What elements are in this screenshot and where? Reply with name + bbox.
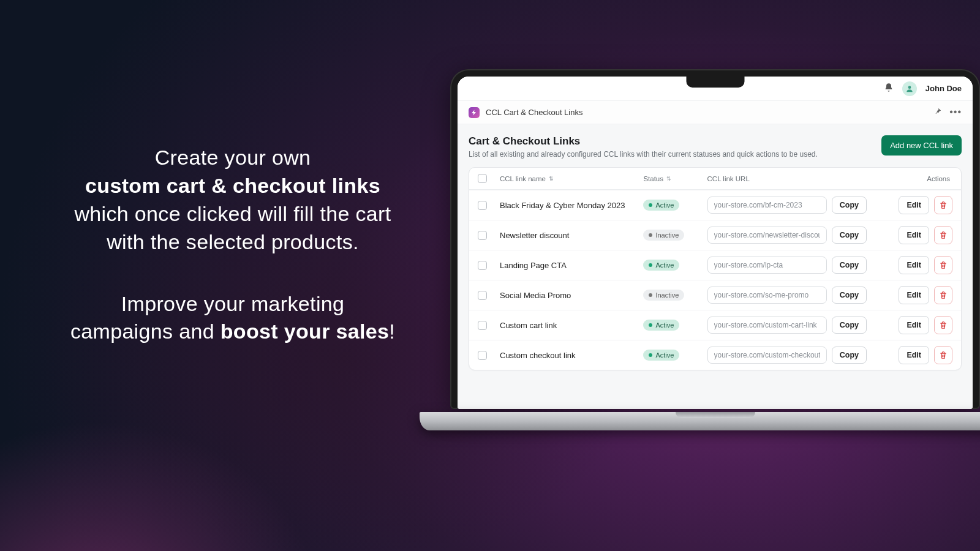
ccl-link-url-field[interactable] (707, 257, 827, 274)
page-title: Cart & Checkout Links (469, 135, 818, 148)
delete-button[interactable] (934, 346, 952, 364)
sort-icon: ⇅ (549, 176, 554, 182)
table-header: CCL link name⇅ Status⇅ CCL link URL Acti… (469, 168, 961, 190)
svg-point-0 (908, 86, 911, 89)
table-row: Landing Page CTAActiveCopyEdit (469, 250, 961, 280)
marketing-line: with the selected products. (49, 228, 417, 257)
marketing-line: ! (389, 320, 395, 343)
status-badge: Active (643, 200, 679, 211)
status-badge: Active (643, 350, 679, 361)
copy-button[interactable]: Copy (832, 257, 867, 274)
marketing-copy: Create your own custom cart & checkout l… (49, 144, 417, 346)
app-title: CCL Cart & Checkout Links (486, 108, 582, 117)
column-header-name[interactable]: CCL link name⇅ (500, 175, 643, 182)
table-row: Custom checkout linkActiveCopyEdit (469, 340, 961, 370)
marketing-line: Create your own (49, 144, 417, 172)
select-all-checkbox[interactable] (478, 174, 487, 183)
table-row: Custom cart linkActiveCopyEdit (469, 310, 961, 340)
ccl-links-table: CCL link name⇅ Status⇅ CCL link URL Acti… (469, 167, 962, 370)
laptop-mockup: John Doe CCL Cart & Checkout Links ••• (450, 69, 980, 430)
column-header-actions: Actions (927, 175, 952, 182)
table-row: Social Media PromoInactiveCopyEdit (469, 280, 961, 310)
edit-button[interactable]: Edit (899, 196, 929, 214)
ccl-link-name: Newsletter discount (500, 231, 643, 240)
trash-icon (939, 321, 948, 329)
app-bar: CCL Cart & Checkout Links ••• (458, 101, 973, 124)
copy-button[interactable]: Copy (832, 227, 867, 244)
ccl-link-url-field[interactable] (707, 317, 827, 334)
row-checkbox[interactable] (478, 321, 487, 330)
delete-button[interactable] (934, 286, 952, 304)
marketing-line-strong: boost your sales (221, 320, 390, 343)
table-row: Newsletter discountInactiveCopyEdit (469, 220, 961, 250)
trash-icon (939, 201, 948, 209)
ccl-link-name: Landing Page CTA (500, 261, 643, 270)
ccl-link-url-field[interactable] (707, 197, 827, 214)
copy-button[interactable]: Copy (832, 317, 867, 334)
ccl-link-url-field[interactable] (707, 227, 827, 244)
delete-button[interactable] (934, 256, 952, 274)
notifications-icon[interactable] (884, 83, 894, 95)
marketing-line: which once clicked will fill the cart (49, 200, 417, 228)
delete-button[interactable] (934, 196, 952, 214)
status-badge: Inactive (643, 290, 684, 301)
status-badge: Active (643, 260, 679, 271)
row-checkbox[interactable] (478, 201, 487, 210)
column-header-status[interactable]: Status⇅ (643, 175, 707, 182)
edit-button[interactable]: Edit (899, 316, 929, 334)
edit-button[interactable]: Edit (899, 256, 929, 274)
edit-button[interactable]: Edit (899, 226, 929, 244)
trash-icon (939, 231, 948, 239)
ccl-link-name: Custom cart link (500, 321, 643, 330)
trash-icon (939, 261, 948, 269)
delete-button[interactable] (934, 316, 952, 334)
marketing-line: campaigns and (70, 320, 221, 343)
column-header-url: CCL link URL (707, 175, 867, 182)
status-badge: Active (643, 320, 679, 331)
ccl-link-name: Social Media Promo (500, 291, 643, 300)
app-icon (469, 107, 480, 118)
delete-button[interactable] (934, 226, 952, 244)
trash-icon (939, 351, 948, 359)
ccl-link-name: Custom checkout link (500, 351, 643, 360)
ccl-link-url-field[interactable] (707, 347, 827, 364)
ccl-link-url-field[interactable] (707, 287, 827, 304)
row-checkbox[interactable] (478, 261, 487, 270)
copy-button[interactable]: Copy (832, 347, 867, 364)
row-checkbox[interactable] (478, 231, 487, 240)
ccl-link-name: Black Friday & Cyber Monday 2023 (500, 201, 643, 210)
edit-button[interactable]: Edit (899, 346, 929, 364)
copy-button[interactable]: Copy (832, 197, 867, 214)
row-checkbox[interactable] (478, 291, 487, 300)
trash-icon (939, 291, 948, 299)
marketing-line: Improve your marketing (49, 290, 417, 318)
copy-button[interactable]: Copy (832, 287, 867, 304)
page-subtitle: List of all existing and already configu… (469, 150, 818, 159)
status-badge: Inactive (643, 230, 684, 241)
pin-icon[interactable] (933, 107, 942, 118)
sort-icon: ⇅ (666, 176, 671, 182)
row-checkbox[interactable] (478, 351, 487, 360)
edit-button[interactable]: Edit (899, 286, 929, 304)
more-icon[interactable]: ••• (949, 107, 962, 118)
marketing-line-strong: custom cart & checkout links (85, 174, 380, 197)
user-name: John Doe (925, 84, 962, 93)
table-row: Black Friday & Cyber Monday 2023ActiveCo… (469, 190, 961, 220)
laptop-base (420, 412, 980, 430)
laptop-notch (686, 77, 744, 88)
add-new-ccl-link-button[interactable]: Add new CCL link (881, 135, 962, 156)
avatar[interactable] (902, 81, 917, 96)
